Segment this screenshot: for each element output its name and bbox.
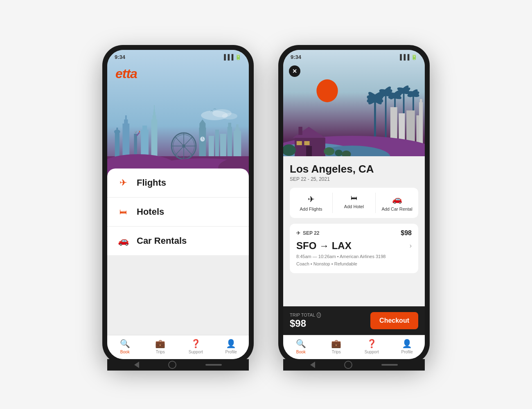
add-car-label: Add Car Rental (381, 207, 412, 211)
svg-rect-41 (220, 134, 226, 156)
menu-item-car-rentals[interactable]: 🚗 Car Rentals (107, 227, 249, 255)
flight-card[interactable]: ✈ SEP 22 $98 SFO → LAX › 8:45am — 10:26a… (290, 224, 418, 273)
home-indicator-1 (107, 359, 249, 371)
book-icon-2: 🔍 (296, 339, 306, 348)
flight-time: 8:45am — 10:26am • American Airlines 319… (296, 253, 412, 261)
checkout-bar: TRIP TOTAL i $98 Checkout (283, 306, 425, 335)
recents-button-1[interactable] (205, 364, 222, 366)
svg-rect-17 (141, 130, 149, 156)
nav-trips-1[interactable]: 💼 Trips (143, 339, 178, 354)
nav-profile-2[interactable]: 👤 Profile (390, 339, 425, 354)
svg-rect-40 (215, 130, 219, 156)
car-icon: 🚗 (117, 236, 129, 246)
city-dates: SEP 22 - 25, 2021 (290, 176, 418, 182)
svg-rect-78 (420, 99, 422, 105)
book-label-2: Book (296, 350, 306, 354)
book-label-1: Book (120, 350, 130, 354)
bottom-nav-2: 🔍 Book 💼 Trips ❓ Support 👤 Profile (283, 335, 425, 359)
svg-rect-19 (151, 119, 158, 156)
home-button-2[interactable] (344, 361, 352, 369)
profile-label-1: Profile (225, 350, 237, 354)
add-hotel-icon: 🛏 (351, 194, 357, 202)
nav-profile-1[interactable]: 👤 Profile (214, 339, 249, 354)
nav-trips-2[interactable]: 💼 Trips (319, 339, 354, 354)
phone-1: 9:34 ▐▐▐ 🔋 etta (102, 45, 254, 364)
flight-date-icon: ✈ (296, 230, 300, 236)
status-icons-1: ▐▐▐ 🔋 (222, 54, 241, 60)
nav-book-1[interactable]: 🔍 Book (107, 339, 143, 354)
menu-item-hotels[interactable]: 🛏 Hotels (107, 198, 249, 227)
flight-class: Coach • Nonstop • Refundable (296, 261, 412, 268)
add-flights-icon: ✈ (308, 194, 315, 204)
home-button-1[interactable] (168, 361, 176, 369)
status-bar-2: 9:34 ▐▐▐ 🔋 (283, 50, 425, 62)
nav-book-2[interactable]: 🔍 Book (283, 339, 319, 354)
trips-label-2: Trips (332, 350, 341, 354)
add-flights-label: Add Flights (300, 207, 322, 211)
svg-marker-14 (135, 131, 137, 133)
support-label-2: Support (365, 350, 379, 354)
trips-label-1: Trips (156, 350, 165, 354)
flights-label: Flights (137, 178, 166, 188)
la-hero-section: 9:34 ▐▐▐ 🔋 ✕ (283, 50, 425, 156)
trips-icon-1: 💼 (155, 339, 165, 348)
info-icon: i (317, 312, 321, 318)
svg-rect-22 (153, 110, 155, 114)
svg-rect-46 (236, 124, 239, 129)
svg-point-89 (324, 147, 334, 155)
phone-2: 9:34 ▐▐▐ 🔋 ✕ (278, 45, 430, 364)
checkout-button[interactable]: Checkout (370, 312, 418, 329)
flight-details: 8:45am — 10:26am • American Airlines 319… (296, 253, 412, 267)
hotel-icon: 🛏 (117, 208, 129, 216)
nav-support-2[interactable]: ❓ Support (354, 339, 390, 354)
profile-label-2: Profile (401, 350, 413, 354)
status-time-1: 9:34 (115, 54, 125, 60)
back-button-1[interactable] (134, 362, 139, 368)
car-rentals-label: Car Rentals (137, 236, 187, 246)
home-indicator-2 (283, 359, 425, 371)
status-bar-1: 9:34 ▐▐▐ 🔋 (107, 50, 249, 62)
status-icons-2: ▐▐▐ 🔋 (398, 54, 417, 60)
add-car-btn[interactable]: 🚗 Add Car Rental (376, 193, 418, 213)
svg-rect-6 (116, 128, 118, 134)
svg-rect-43 (228, 123, 231, 129)
svg-rect-39 (209, 136, 214, 156)
svg-marker-83 (293, 127, 325, 138)
svg-rect-86 (304, 141, 309, 145)
etta-logo: etta (115, 66, 137, 81)
add-flights-btn[interactable]: ✈ Add Flights (290, 193, 333, 213)
close-button[interactable]: ✕ (289, 65, 300, 77)
hotels-label: Hotels (137, 207, 164, 217)
svg-marker-12 (135, 130, 135, 134)
trips-icon-2: 💼 (331, 339, 341, 348)
book-icon-1: 🔍 (120, 339, 130, 348)
city-title: Los Angeles, CA (290, 163, 418, 175)
svg-rect-9 (125, 115, 127, 121)
add-services-row: ✈ Add Flights 🛏 Add Hotel 🚗 Add Car Rent… (290, 188, 418, 218)
svg-rect-42 (228, 127, 232, 156)
recents-button-2[interactable] (381, 364, 398, 366)
svg-point-50 (316, 79, 338, 102)
svg-rect-18 (142, 126, 147, 132)
flight-date: ✈ SEP 22 (296, 230, 319, 236)
svg-line-15 (137, 133, 140, 136)
flight-card-header: ✈ SEP 22 $98 (296, 229, 412, 237)
svg-point-90 (335, 150, 343, 156)
svg-marker-16 (139, 130, 140, 133)
flight-icon: ✈ (117, 178, 129, 188)
hero-section: 9:34 ▐▐▐ 🔋 etta (107, 50, 249, 177)
svg-rect-85 (297, 141, 302, 145)
add-hotel-btn[interactable]: 🛏 Add Hotel (333, 193, 376, 213)
support-icon-1: ❓ (191, 339, 201, 348)
profile-icon-2: 👤 (402, 339, 412, 348)
back-button-2[interactable] (310, 362, 315, 368)
menu-item-flights[interactable]: ✈ Flights (107, 169, 249, 198)
profile-icon-1: 👤 (226, 339, 236, 348)
svg-rect-44 (234, 131, 241, 156)
content-section: Los Angeles, CA SEP 22 - 25, 2021 ✈ Add … (283, 156, 425, 306)
svg-rect-87 (298, 127, 302, 135)
flight-route-text: SFO → LAX (296, 240, 352, 252)
trip-total-price: $98 (290, 318, 321, 329)
nav-support-1[interactable]: ❓ Support (178, 339, 214, 354)
flight-chevron-icon: › (410, 242, 412, 249)
